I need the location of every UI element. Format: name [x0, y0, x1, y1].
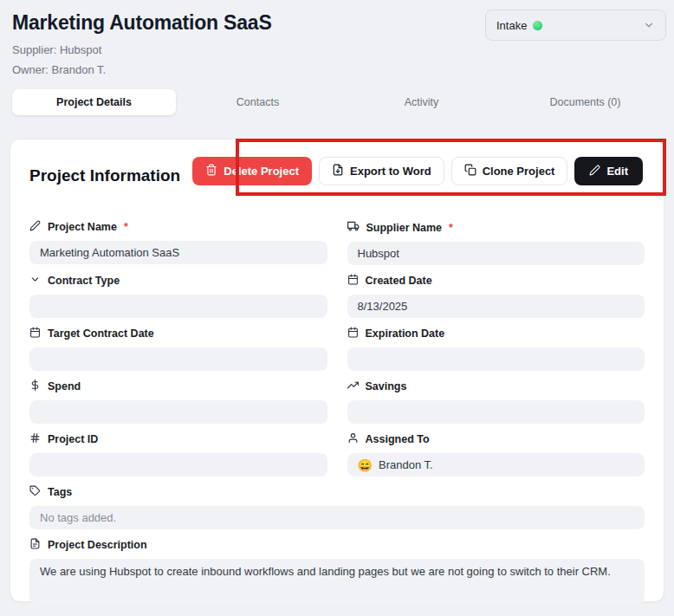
page-header: Marketing Automation SaaS Supplier: Hubs… — [0, 0, 674, 76]
tags-label-row: Tags — [29, 485, 645, 499]
tab-contacts[interactable]: Contacts — [176, 89, 340, 115]
target-contract-date-input[interactable] — [29, 347, 327, 371]
trending-up-icon — [347, 379, 359, 393]
project-form: Project Name * Marketing Automation SaaS… — [29, 220, 645, 604]
calendar-icon — [29, 327, 41, 340]
green-status-dot-icon — [533, 21, 542, 30]
project-description-input[interactable]: We are using Hubspot to create inbound w… — [29, 559, 645, 604]
project-name-label: Project Name — [48, 221, 117, 233]
savings-input[interactable] — [347, 400, 645, 424]
field-project-description: Project Description We are using Hubspot… — [29, 538, 645, 604]
field-assigned-to: Assigned To 😄 Brandon T. — [347, 432, 645, 477]
spend-input[interactable] — [29, 400, 327, 424]
export-to-word-label: Export to Word — [350, 165, 431, 178]
expiration-date-input[interactable] — [347, 347, 645, 371]
spend-label-row: Spend — [29, 379, 327, 393]
tags-label: Tags — [48, 486, 72, 498]
assignee-name: Brandon T. — [379, 458, 433, 471]
savings-label-row: Savings — [347, 379, 645, 393]
field-spend: Spend — [29, 379, 327, 424]
project-name-label-row: Project Name * — [29, 220, 327, 234]
field-savings: Savings — [347, 379, 645, 424]
export-to-word-button[interactable]: Export to Word — [319, 157, 444, 185]
project-id-label-row: Project ID — [29, 432, 327, 446]
required-asterisk: * — [449, 222, 453, 234]
truck-icon — [347, 220, 360, 235]
contract-type-label-row: Contract Type — [29, 274, 327, 288]
field-contract-type: Contract Type — [29, 274, 327, 318]
project-name-input[interactable]: Marketing Automation SaaS — [29, 241, 327, 264]
tab-documents[interactable]: Documents (0) — [503, 89, 667, 115]
trash-icon — [205, 164, 217, 178]
project-id-input[interactable] — [29, 453, 327, 477]
chevron-down-icon — [29, 274, 41, 288]
contract-type-label: Contract Type — [48, 275, 120, 287]
document-icon — [29, 538, 41, 552]
field-project-name: Project Name * Marketing Automation SaaS — [29, 220, 327, 265]
edit-label: Edit — [606, 165, 628, 178]
field-created-date: Created Date 8/13/2025 — [347, 274, 645, 318]
supplier-name-label: Supplier Name — [366, 222, 443, 234]
copy-icon — [464, 164, 476, 178]
owner-subtitle: Owner: Brandon T. — [12, 63, 662, 76]
delete-project-button[interactable]: Delete Project — [192, 157, 312, 185]
tag-icon — [29, 485, 41, 499]
tab-bar: Project Details Contacts Activity Docume… — [12, 89, 662, 115]
contract-type-input[interactable] — [29, 295, 327, 318]
project-id-label: Project ID — [48, 433, 98, 445]
stage-dropdown-value: Intake — [496, 19, 527, 32]
project-information-card: Project Information Delete Project Expor… — [10, 139, 664, 602]
clone-project-label: Clone Project — [483, 165, 555, 178]
edit-button[interactable]: Edit — [574, 157, 643, 185]
delete-project-label: Delete Project — [224, 165, 299, 178]
supplier-name-label-row: Supplier Name * — [347, 220, 645, 235]
action-buttons: Delete Project Export to Word Clone Proj… — [192, 157, 643, 185]
project-description-label-row: Project Description — [29, 538, 645, 552]
tags-input[interactable]: No tags added. — [29, 506, 645, 529]
clone-project-button[interactable]: Clone Project — [451, 157, 568, 185]
stage-dropdown[interactable]: Intake — [485, 10, 666, 41]
savings-label: Savings — [366, 380, 407, 392]
project-description-label: Project Description — [48, 539, 147, 551]
field-supplier-name: Supplier Name * Hubspot — [347, 220, 645, 265]
pencil-icon — [29, 220, 41, 234]
field-expiration-date: Expiration Date — [347, 327, 645, 371]
required-asterisk: * — [124, 221, 128, 233]
field-tags: Tags No tags added. — [29, 485, 645, 529]
calendar-icon — [347, 274, 359, 288]
assigned-to-label-row: Assigned To — [347, 432, 645, 446]
assigned-to-input[interactable]: 😄 Brandon T. — [347, 453, 645, 477]
created-date-input[interactable]: 8/13/2025 — [347, 295, 645, 318]
field-target-contract-date: Target Contract Date — [29, 327, 327, 371]
supplier-subtitle: Supplier: Hubspot — [12, 43, 662, 56]
calendar-icon — [347, 327, 359, 340]
expiration-date-label: Expiration Date — [366, 327, 445, 340]
card-header: Project Information Delete Project Expor… — [29, 160, 645, 191]
created-date-label: Created Date — [366, 275, 432, 287]
chevron-down-icon — [643, 19, 655, 31]
assignee-emoji-avatar: 😄 — [358, 459, 373, 471]
hash-icon — [29, 432, 41, 446]
tab-activity[interactable]: Activity — [340, 89, 503, 115]
person-icon — [347, 432, 359, 446]
file-download-icon — [332, 164, 344, 178]
created-date-label-row: Created Date — [347, 274, 645, 288]
tab-project-details[interactable]: Project Details — [12, 89, 176, 115]
field-project-id: Project ID — [29, 432, 327, 477]
supplier-name-input[interactable]: Hubspot — [347, 242, 645, 265]
dollar-icon — [29, 379, 41, 393]
spend-label: Spend — [48, 380, 81, 392]
pencil-icon — [589, 165, 600, 178]
expiration-date-label-row: Expiration Date — [347, 327, 645, 340]
target-contract-date-label-row: Target Contract Date — [29, 327, 327, 340]
project-page: Marketing Automation SaaS Supplier: Hubs… — [0, 0, 674, 616]
assigned-to-label: Assigned To — [366, 433, 430, 445]
target-contract-date-label: Target Contract Date — [48, 327, 154, 340]
